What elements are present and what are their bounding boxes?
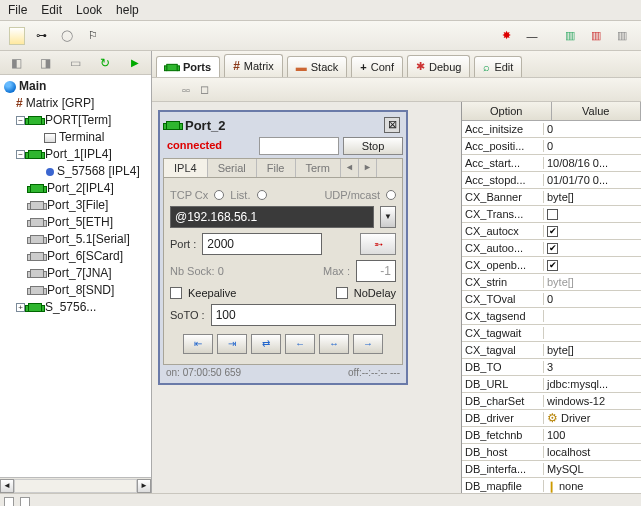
prop-row[interactable]: DB_TO3 bbox=[462, 359, 641, 376]
action-2[interactable]: ⇥ bbox=[217, 334, 247, 354]
checkbox-icon[interactable]: ✔ bbox=[547, 243, 558, 254]
prop-row[interactable]: DB_mapfile❙none bbox=[462, 478, 641, 493]
folder3-icon[interactable]: ▥ bbox=[612, 26, 632, 46]
tab-stack[interactable]: ▬Stack bbox=[287, 56, 348, 77]
prop-row[interactable]: DB_driver⚙Driver bbox=[462, 410, 641, 427]
prop-row[interactable]: CX_tagvalbyte[] bbox=[462, 342, 641, 359]
prop-head-value[interactable]: Value bbox=[552, 102, 642, 120]
prop-row[interactable]: Acc_stopd...01/01/70 0... bbox=[462, 172, 641, 189]
menu-look[interactable]: Look bbox=[76, 3, 102, 17]
pwtab-term[interactable]: Term bbox=[296, 159, 341, 177]
prop-row[interactable]: CX_strinbyte[] bbox=[462, 274, 641, 291]
prop-value[interactable]: 100 bbox=[544, 429, 641, 441]
checkbox-icon[interactable] bbox=[547, 209, 558, 220]
tree-port2[interactable]: Port_2[IPL4] bbox=[2, 180, 149, 197]
plug-icon[interactable]: ⊶ bbox=[31, 26, 51, 46]
prop-row[interactable]: DB_URLjdbc:mysql... bbox=[462, 376, 641, 393]
action-6[interactable]: → bbox=[353, 334, 383, 354]
collapse-icon[interactable]: − bbox=[16, 116, 25, 125]
udp-radio[interactable] bbox=[386, 190, 396, 200]
keepalive-check[interactable] bbox=[170, 287, 182, 299]
prop-value[interactable]: 0 bbox=[544, 140, 641, 152]
prop-value[interactable]: 0 bbox=[544, 123, 641, 135]
flag-icon[interactable]: ⚐ bbox=[83, 26, 103, 46]
prop-value[interactable]: ❙none bbox=[544, 480, 641, 493]
pwtab-ipl4[interactable]: IPL4 bbox=[164, 159, 208, 177]
tab-edit[interactable]: ⌕Edit bbox=[474, 56, 522, 77]
scroll-left-icon[interactable]: ◄ bbox=[0, 479, 14, 493]
checkbox-icon[interactable]: ✔ bbox=[547, 226, 558, 237]
connect-button[interactable]: ➵ bbox=[360, 233, 396, 255]
prop-row[interactable]: DB_interfa...MySQL bbox=[462, 461, 641, 478]
action-3[interactable]: ⇄ bbox=[251, 334, 281, 354]
prop-row[interactable]: CX_Bannerbyte[] bbox=[462, 189, 641, 206]
tab-matrix[interactable]: #Matrix bbox=[224, 54, 283, 77]
tree-tool-2[interactable]: ◨ bbox=[37, 53, 56, 73]
list-radio[interactable] bbox=[257, 190, 267, 200]
collapse-icon[interactable]: − bbox=[16, 150, 25, 159]
prop-value[interactable]: localhost bbox=[544, 446, 641, 458]
prop-value[interactable]: jdbc:mysql... bbox=[544, 378, 641, 390]
port-input[interactable]: 2000 bbox=[202, 233, 322, 255]
dash-icon[interactable]: — bbox=[522, 26, 542, 46]
tree-hscroll[interactable]: ◄ ► bbox=[0, 477, 151, 493]
soto-input[interactable]: 100 bbox=[211, 304, 396, 326]
address-dropdown-icon[interactable]: ▼ bbox=[380, 206, 396, 228]
tab-ports[interactable]: Ports bbox=[156, 56, 220, 77]
circle-icon[interactable]: ◯ bbox=[57, 26, 77, 46]
tree-terminal[interactable]: Terminal bbox=[2, 129, 149, 146]
folder1-icon[interactable]: ▥ bbox=[560, 26, 580, 46]
menu-edit[interactable]: Edit bbox=[41, 3, 62, 17]
prop-row[interactable]: CX_autoo...✔ bbox=[462, 240, 641, 257]
folder2-icon[interactable]: ▥ bbox=[586, 26, 606, 46]
prop-row[interactable]: CX_Trans... bbox=[462, 206, 641, 223]
tree-tool-5[interactable]: ▶ bbox=[125, 53, 144, 73]
tree-tool-3[interactable]: ▭ bbox=[66, 53, 85, 73]
pwtab-serial[interactable]: Serial bbox=[208, 159, 257, 177]
prop-row[interactable]: Acc_start...10/08/16 0... bbox=[462, 155, 641, 172]
prop-value[interactable]: MySQL bbox=[544, 463, 641, 475]
pwtab-next-icon[interactable]: ► bbox=[359, 159, 377, 177]
scroll-right-icon[interactable]: ► bbox=[137, 479, 151, 493]
pwtab-file[interactable]: File bbox=[257, 159, 296, 177]
prop-value[interactable]: byte[] bbox=[544, 191, 641, 203]
prop-row[interactable]: DB_fetchnb100 bbox=[462, 427, 641, 444]
stop-button[interactable]: Stop bbox=[343, 137, 403, 155]
scroll-track[interactable] bbox=[14, 479, 137, 493]
subtool-1-icon[interactable]: ▫▫ bbox=[182, 84, 190, 96]
prop-row[interactable]: DB_charSetwindows-12 bbox=[462, 393, 641, 410]
prop-head-option[interactable]: Option bbox=[462, 102, 552, 120]
prop-value[interactable]: ✔ bbox=[544, 226, 641, 237]
prop-row[interactable]: Acc_initsize0 bbox=[462, 121, 641, 138]
prop-value[interactable]: 01/01/70 0... bbox=[544, 174, 641, 186]
checkbox-icon[interactable]: ✔ bbox=[547, 260, 558, 271]
tree-port8[interactable]: Port_8[SND] bbox=[2, 282, 149, 299]
prop-row[interactable]: CX_TOval0 bbox=[462, 291, 641, 308]
prop-value[interactable]: ⚙Driver bbox=[544, 411, 641, 425]
menu-help[interactable]: help bbox=[116, 3, 139, 17]
tree-port3[interactable]: Port_3[File] bbox=[2, 197, 149, 214]
prop-value[interactable]: 0 bbox=[544, 293, 641, 305]
tree-s57568[interactable]: S_57568 [IPL4] bbox=[2, 163, 149, 180]
prop-row[interactable]: CX_autocx✔ bbox=[462, 223, 641, 240]
menu-file[interactable]: File bbox=[8, 3, 27, 17]
close-icon[interactable]: ⊠ bbox=[384, 117, 400, 133]
tree-portterm[interactable]: −PORT[Term] bbox=[2, 112, 149, 129]
action-1[interactable]: ⇤ bbox=[183, 334, 213, 354]
prop-value[interactable]: ✔ bbox=[544, 260, 641, 271]
max-input[interactable]: -1 bbox=[356, 260, 396, 282]
prop-value[interactable]: byte[] bbox=[544, 344, 641, 356]
prop-row[interactable]: Acc_positi...0 bbox=[462, 138, 641, 155]
expand-icon[interactable]: + bbox=[16, 303, 25, 312]
prop-value[interactable]: windows-12 bbox=[544, 395, 641, 407]
tab-conf[interactable]: +Conf bbox=[351, 56, 403, 77]
prop-row[interactable]: DB_hostlocalhost bbox=[462, 444, 641, 461]
action-4[interactable]: ← bbox=[285, 334, 315, 354]
prop-row[interactable]: CX_tagwait bbox=[462, 325, 641, 342]
prop-row[interactable]: CX_openb...✔ bbox=[462, 257, 641, 274]
tab-debug[interactable]: ✱Debug bbox=[407, 55, 470, 77]
prop-value[interactable]: 3 bbox=[544, 361, 641, 373]
tree-tool-1[interactable]: ◧ bbox=[7, 53, 26, 73]
prop-row[interactable]: CX_tagsend bbox=[462, 308, 641, 325]
tree-port1[interactable]: −Port_1[IPL4] bbox=[2, 146, 149, 163]
